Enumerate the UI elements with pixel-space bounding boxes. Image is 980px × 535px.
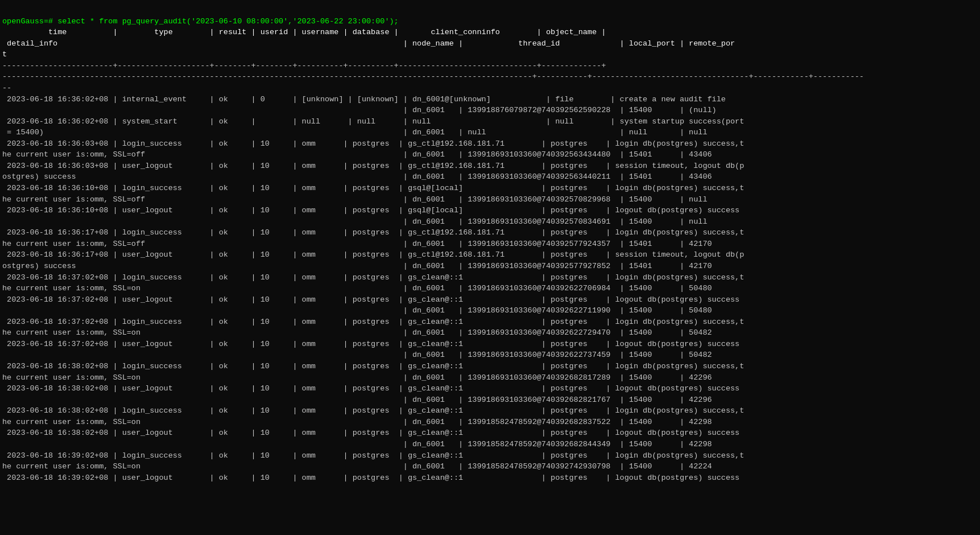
row-9a: 2023-06-18 16:37:02+08 | login_success |… bbox=[2, 273, 744, 282]
terminal-output: openGauss=# select * from pg_query_audit… bbox=[2, 5, 978, 483]
row-8b: ostgres) success | dn_6001 | 13991869310… bbox=[2, 262, 712, 270]
row-14b: | dn_6001 | 139918693103360@740392682821… bbox=[2, 396, 712, 404]
row-1a: 2023-06-18 16:36:02+08 | internal_event … bbox=[2, 95, 726, 104]
row-15a: 2023-06-18 16:38:02+08 | login_success |… bbox=[2, 406, 744, 415]
header-cols2: detail_info | node_name | thread_id | lo… bbox=[2, 39, 735, 48]
row-12a: 2023-06-18 16:37:02+08 | user_logout | o… bbox=[2, 340, 739, 348]
row-4a: 2023-06-18 16:36:03+08 | user_logout | o… bbox=[2, 162, 744, 170]
row-4b: ostgres) success | dn_6001 | 13991869310… bbox=[2, 172, 712, 181]
row-11b: he current user is:omm, SSL=on | dn_6001… bbox=[2, 328, 712, 337]
row-3a: 2023-06-18 16:36:03+08 | login_success |… bbox=[2, 139, 744, 148]
row-8a: 2023-06-18 16:36:17+08 | user_logout | o… bbox=[2, 250, 744, 259]
row-13b: he current user is:omm, SSL=on | dn_6001… bbox=[2, 373, 712, 382]
row-1b: | dn_6001 | 139918876079872@740392562590… bbox=[2, 106, 717, 114]
row-7a: 2023-06-18 16:36:17+08 | login_success |… bbox=[2, 228, 744, 237]
row-11a: 2023-06-18 16:37:02+08 | login_success |… bbox=[2, 318, 744, 326]
row-12b: | dn_6001 | 139918693103360@740392622737… bbox=[2, 351, 712, 359]
prompt: openGauss=# select * from pg_query_audit… bbox=[2, 17, 399, 26]
row-16a: 2023-06-18 16:38:02+08 | user_logout | o… bbox=[2, 429, 739, 437]
row-17b: he current user is:omm, SSL=on | dn_6001… bbox=[2, 462, 712, 471]
row-9b: he current user is:omm, SSL=on | dn_6001… bbox=[2, 284, 712, 293]
row-14a: 2023-06-18 16:38:02+08 | user_logout | o… bbox=[2, 384, 739, 393]
row-2a: 2023-06-18 16:36:02+08 | system_start | … bbox=[2, 117, 744, 126]
row-18a: 2023-06-18 16:39:02+08 | user_logout | o… bbox=[2, 474, 739, 482]
row-3b: he current user is:omm, SSL=off | dn_600… bbox=[2, 150, 712, 159]
row-17a: 2023-06-18 16:39:02+08 | login_success |… bbox=[2, 451, 744, 460]
row-6b: | dn_6001 | 139918693103360@740392570834… bbox=[2, 217, 708, 226]
separator2: ----------------------------------------… bbox=[2, 72, 864, 81]
row-6a: 2023-06-18 16:36:10+08 | user_logout | o… bbox=[2, 206, 739, 215]
row-16b: | dn_6001 | 139918582478592@740392682844… bbox=[2, 440, 712, 448]
row-13a: 2023-06-18 16:38:02+08 | login_success |… bbox=[2, 362, 744, 371]
row-5b: he current user is:omm, SSL=off | dn_600… bbox=[2, 195, 708, 204]
row-10b: | dn_6001 | 139918693103360@740392622711… bbox=[2, 306, 712, 315]
row-7b: he current user is:omm, SSL=off | dn_600… bbox=[2, 240, 712, 248]
row-2b: = 15400) | dn_6001 | null | null | null bbox=[2, 128, 708, 137]
row-10a: 2023-06-18 16:37:02+08 | user_logout | o… bbox=[2, 295, 739, 304]
header-cols: time | type | result | userid | username… bbox=[2, 28, 606, 36]
row-5a: 2023-06-18 16:36:10+08 | login_success |… bbox=[2, 184, 744, 192]
row-15b: he current user is:omm, SSL=on | dn_6001… bbox=[2, 418, 712, 426]
header-t: t bbox=[2, 50, 7, 59]
separator1: ------------------------+---------------… bbox=[2, 61, 606, 70]
separator3: -- bbox=[2, 84, 11, 92]
